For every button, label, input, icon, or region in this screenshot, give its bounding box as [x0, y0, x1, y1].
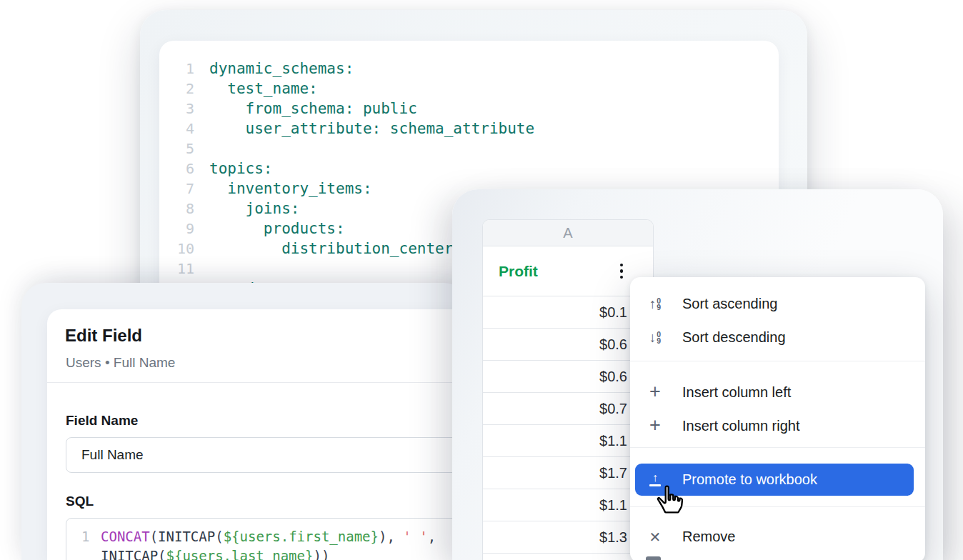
line-number: 10 — [159, 239, 194, 259]
sort-ascending-icon: ↑09 — [646, 297, 664, 311]
cell-value: $0.6 — [599, 369, 627, 385]
sql-code-line: INITCAP(${users.last_name})) — [66, 546, 465, 560]
code-line: 3 from_schema: public — [159, 99, 779, 119]
menu-item-insert-column-left[interactable]: + Insert column left — [630, 376, 925, 409]
sql-line-number: 1 — [66, 527, 100, 546]
line-number: 4 — [159, 119, 194, 139]
modal-breadcrumb: Users • Full Name — [66, 355, 175, 371]
table-row[interactable]: $0.6 — [483, 329, 653, 361]
code-line: 2 test_name: — [159, 79, 779, 99]
line-number: 11 — [159, 259, 194, 279]
menu-divider — [630, 361, 925, 361]
table-row[interactable]: $0.7 — [483, 393, 653, 425]
line-number: 9 — [159, 219, 194, 239]
cell-value: $0.7 — [599, 401, 627, 417]
sql-token: INITCAP — [158, 529, 215, 544]
line-number: 8 — [159, 199, 194, 219]
code-text: distribution_centers: — [209, 239, 471, 259]
code-line: 4 user_attribute: schema_attribute — [159, 119, 779, 139]
kebab-menu-icon[interactable] — [617, 259, 627, 284]
menu-divider — [630, 506, 925, 507]
code-line: 5 — [159, 139, 779, 159]
code-text: inventory_items: — [209, 179, 372, 199]
sql-token: ${users.first_name} — [224, 529, 379, 544]
menu-item-insert-column-right[interactable]: + Insert column right — [630, 409, 925, 443]
table-row[interactable]: $1.1 — [483, 489, 653, 521]
code-text: topics: — [209, 159, 273, 179]
code-text: from_schema: public — [209, 99, 417, 119]
code-text: user_attribute: schema_attribute — [209, 119, 534, 139]
cell-value: $0.6 — [599, 336, 627, 353]
menu-divider — [630, 447, 925, 448]
column-cells: $0.1 $0.6 $0.6 $0.7 $1.1 $1.7 $1.1 — [483, 296, 653, 554]
sql-token: ${users.last_name} — [166, 548, 314, 560]
column-letter-header[interactable]: A — [483, 220, 653, 246]
table-row[interactable]: $0.6 — [483, 361, 653, 393]
table-row[interactable] — [483, 554, 653, 560]
sql-token: ' ' — [403, 529, 427, 544]
column-header-label: Profit — [499, 263, 538, 280]
sql-token: CONCAT — [101, 529, 150, 544]
table-row[interactable]: $1.7 — [483, 457, 653, 489]
promote-icon: ↑ — [646, 473, 664, 486]
table-row[interactable]: $1.3 — [483, 521, 653, 554]
cell-value: $1.1 — [599, 497, 627, 514]
modal-title: Edit Field — [65, 326, 142, 346]
code-text: products: — [209, 219, 345, 239]
line-number: 3 — [159, 99, 194, 119]
field-name-label: Field Name — [66, 413, 138, 429]
field-name-input[interactable] — [66, 437, 466, 473]
cell-value: $1.3 — [599, 529, 627, 546]
plus-icon: + — [646, 383, 664, 400]
sql-label: SQL — [66, 494, 94, 509]
plus-icon: + — [646, 416, 664, 434]
sql-token: INITCAP — [101, 548, 158, 560]
menu-item-sort-descending[interactable]: ↓09 Sort descending — [630, 321, 925, 354]
modal-divider — [47, 382, 469, 383]
cell-value: $0.1 — [599, 304, 627, 321]
remove-icon: ✕ — [646, 529, 664, 546]
code-line: 6 topics: — [159, 159, 779, 179]
edit-field-modal: Edit Field Users • Full Name Field Name … — [47, 309, 469, 560]
sql-code-line: 1 CONCAT(INITCAP(${users.first_name}), '… — [66, 527, 465, 546]
line-number: 2 — [159, 79, 194, 99]
menu-item-remove[interactable]: ✕ Remove — [630, 520, 925, 554]
menu-item-sort-ascending[interactable]: ↑09 Sort ascending — [630, 287, 925, 321]
menu-item-promote-to-workbook[interactable]: ↑ Promote to workbook — [635, 464, 914, 496]
code-text: joins: — [209, 199, 299, 219]
line-number: 1 — [159, 59, 194, 79]
sql-token: ), — [379, 529, 403, 544]
context-menu: ↑09 Sort ascending ↓09 Sort descending +… — [630, 277, 925, 560]
line-number: 5 — [159, 139, 194, 159]
sql-editor[interactable]: 1 CONCAT(INITCAP(${users.first_name}), '… — [66, 518, 466, 560]
cell-value: $1.1 — [599, 433, 627, 449]
sql-token: ( — [158, 548, 166, 560]
sql-token: ( — [215, 529, 223, 544]
table-row[interactable]: $1.1 — [483, 425, 653, 457]
sort-descending-icon: ↓09 — [646, 331, 664, 344]
column-header-row[interactable]: Profit — [483, 246, 653, 296]
sql-token: )) — [313, 548, 329, 560]
sql-token: , — [428, 529, 436, 544]
line-number: 6 — [159, 159, 194, 179]
canvas: { "code_editor": { "lines": [ {"num":"1"… — [0, 0, 963, 560]
line-number: 7 — [159, 179, 194, 199]
code-line: 1 dynamic_schemas: — [159, 59, 779, 79]
sql-token: ( — [150, 529, 158, 544]
spreadsheet-column-card: A Profit $0.1 $0.6 $0.6 $0.7 $1.1 — [482, 219, 654, 560]
partial-menu-item-icon — [646, 556, 661, 560]
cell-value: $1.7 — [599, 465, 627, 481]
code-text: test_name: — [209, 79, 318, 99]
code-text: dynamic_schemas: — [209, 59, 354, 79]
table-row[interactable]: $0.1 — [483, 296, 653, 329]
